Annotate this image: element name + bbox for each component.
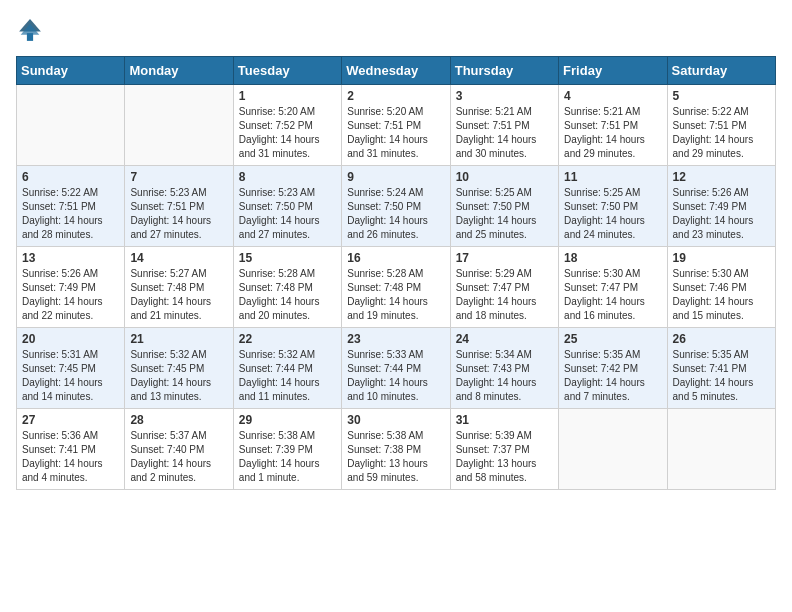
day-detail: Sunrise: 5:24 AM Sunset: 7:50 PM Dayligh… xyxy=(347,186,444,242)
calendar-week-row: 20Sunrise: 5:31 AM Sunset: 7:45 PM Dayli… xyxy=(17,328,776,409)
calendar-cell: 26Sunrise: 5:35 AM Sunset: 7:41 PM Dayli… xyxy=(667,328,775,409)
calendar-cell: 7Sunrise: 5:23 AM Sunset: 7:51 PM Daylig… xyxy=(125,166,233,247)
col-header-wednesday: Wednesday xyxy=(342,57,450,85)
day-number: 27 xyxy=(22,413,119,427)
svg-rect-3 xyxy=(27,33,33,41)
day-number: 13 xyxy=(22,251,119,265)
day-detail: Sunrise: 5:35 AM Sunset: 7:41 PM Dayligh… xyxy=(673,348,770,404)
day-detail: Sunrise: 5:22 AM Sunset: 7:51 PM Dayligh… xyxy=(22,186,119,242)
calendar-table: SundayMondayTuesdayWednesdayThursdayFrid… xyxy=(16,56,776,490)
calendar-cell: 24Sunrise: 5:34 AM Sunset: 7:43 PM Dayli… xyxy=(450,328,558,409)
calendar-cell xyxy=(559,409,667,490)
day-detail: Sunrise: 5:35 AM Sunset: 7:42 PM Dayligh… xyxy=(564,348,661,404)
day-detail: Sunrise: 5:20 AM Sunset: 7:51 PM Dayligh… xyxy=(347,105,444,161)
calendar-cell: 6Sunrise: 5:22 AM Sunset: 7:51 PM Daylig… xyxy=(17,166,125,247)
day-detail: Sunrise: 5:21 AM Sunset: 7:51 PM Dayligh… xyxy=(456,105,553,161)
day-number: 22 xyxy=(239,332,336,346)
day-number: 26 xyxy=(673,332,770,346)
day-number: 15 xyxy=(239,251,336,265)
day-number: 25 xyxy=(564,332,661,346)
day-detail: Sunrise: 5:38 AM Sunset: 7:39 PM Dayligh… xyxy=(239,429,336,485)
day-number: 23 xyxy=(347,332,444,346)
day-number: 29 xyxy=(239,413,336,427)
calendar-cell: 31Sunrise: 5:39 AM Sunset: 7:37 PM Dayli… xyxy=(450,409,558,490)
day-number: 4 xyxy=(564,89,661,103)
calendar-cell: 30Sunrise: 5:38 AM Sunset: 7:38 PM Dayli… xyxy=(342,409,450,490)
day-number: 24 xyxy=(456,332,553,346)
day-detail: Sunrise: 5:33 AM Sunset: 7:44 PM Dayligh… xyxy=(347,348,444,404)
logo-icon xyxy=(16,16,44,44)
day-detail: Sunrise: 5:30 AM Sunset: 7:46 PM Dayligh… xyxy=(673,267,770,323)
col-header-monday: Monday xyxy=(125,57,233,85)
calendar-cell: 2Sunrise: 5:20 AM Sunset: 7:51 PM Daylig… xyxy=(342,85,450,166)
day-number: 3 xyxy=(456,89,553,103)
calendar-cell: 17Sunrise: 5:29 AM Sunset: 7:47 PM Dayli… xyxy=(450,247,558,328)
day-detail: Sunrise: 5:22 AM Sunset: 7:51 PM Dayligh… xyxy=(673,105,770,161)
calendar-week-row: 1Sunrise: 5:20 AM Sunset: 7:52 PM Daylig… xyxy=(17,85,776,166)
calendar-cell: 12Sunrise: 5:26 AM Sunset: 7:49 PM Dayli… xyxy=(667,166,775,247)
day-detail: Sunrise: 5:23 AM Sunset: 7:50 PM Dayligh… xyxy=(239,186,336,242)
day-number: 9 xyxy=(347,170,444,184)
calendar-cell: 13Sunrise: 5:26 AM Sunset: 7:49 PM Dayli… xyxy=(17,247,125,328)
col-header-thursday: Thursday xyxy=(450,57,558,85)
day-number: 17 xyxy=(456,251,553,265)
calendar-week-row: 13Sunrise: 5:26 AM Sunset: 7:49 PM Dayli… xyxy=(17,247,776,328)
col-header-friday: Friday xyxy=(559,57,667,85)
day-number: 19 xyxy=(673,251,770,265)
day-detail: Sunrise: 5:30 AM Sunset: 7:47 PM Dayligh… xyxy=(564,267,661,323)
day-number: 1 xyxy=(239,89,336,103)
calendar-cell: 22Sunrise: 5:32 AM Sunset: 7:44 PM Dayli… xyxy=(233,328,341,409)
calendar-cell: 25Sunrise: 5:35 AM Sunset: 7:42 PM Dayli… xyxy=(559,328,667,409)
calendar-cell: 20Sunrise: 5:31 AM Sunset: 7:45 PM Dayli… xyxy=(17,328,125,409)
calendar-cell: 10Sunrise: 5:25 AM Sunset: 7:50 PM Dayli… xyxy=(450,166,558,247)
calendar-cell: 21Sunrise: 5:32 AM Sunset: 7:45 PM Dayli… xyxy=(125,328,233,409)
day-number: 16 xyxy=(347,251,444,265)
day-number: 21 xyxy=(130,332,227,346)
calendar-week-row: 6Sunrise: 5:22 AM Sunset: 7:51 PM Daylig… xyxy=(17,166,776,247)
day-detail: Sunrise: 5:31 AM Sunset: 7:45 PM Dayligh… xyxy=(22,348,119,404)
day-number: 11 xyxy=(564,170,661,184)
day-number: 8 xyxy=(239,170,336,184)
day-detail: Sunrise: 5:38 AM Sunset: 7:38 PM Dayligh… xyxy=(347,429,444,485)
day-number: 20 xyxy=(22,332,119,346)
calendar-cell: 8Sunrise: 5:23 AM Sunset: 7:50 PM Daylig… xyxy=(233,166,341,247)
day-detail: Sunrise: 5:28 AM Sunset: 7:48 PM Dayligh… xyxy=(239,267,336,323)
day-number: 2 xyxy=(347,89,444,103)
calendar-cell: 18Sunrise: 5:30 AM Sunset: 7:47 PM Dayli… xyxy=(559,247,667,328)
day-detail: Sunrise: 5:36 AM Sunset: 7:41 PM Dayligh… xyxy=(22,429,119,485)
calendar-cell: 23Sunrise: 5:33 AM Sunset: 7:44 PM Dayli… xyxy=(342,328,450,409)
day-number: 7 xyxy=(130,170,227,184)
calendar-cell: 28Sunrise: 5:37 AM Sunset: 7:40 PM Dayli… xyxy=(125,409,233,490)
calendar-cell: 1Sunrise: 5:20 AM Sunset: 7:52 PM Daylig… xyxy=(233,85,341,166)
day-detail: Sunrise: 5:20 AM Sunset: 7:52 PM Dayligh… xyxy=(239,105,336,161)
calendar-cell: 4Sunrise: 5:21 AM Sunset: 7:51 PM Daylig… xyxy=(559,85,667,166)
calendar-cell: 14Sunrise: 5:27 AM Sunset: 7:48 PM Dayli… xyxy=(125,247,233,328)
calendar-cell: 15Sunrise: 5:28 AM Sunset: 7:48 PM Dayli… xyxy=(233,247,341,328)
day-number: 30 xyxy=(347,413,444,427)
day-number: 14 xyxy=(130,251,227,265)
day-number: 12 xyxy=(673,170,770,184)
day-detail: Sunrise: 5:29 AM Sunset: 7:47 PM Dayligh… xyxy=(456,267,553,323)
calendar-cell: 27Sunrise: 5:36 AM Sunset: 7:41 PM Dayli… xyxy=(17,409,125,490)
calendar-cell: 19Sunrise: 5:30 AM Sunset: 7:46 PM Dayli… xyxy=(667,247,775,328)
col-header-tuesday: Tuesday xyxy=(233,57,341,85)
calendar-cell: 16Sunrise: 5:28 AM Sunset: 7:48 PM Dayli… xyxy=(342,247,450,328)
day-detail: Sunrise: 5:37 AM Sunset: 7:40 PM Dayligh… xyxy=(130,429,227,485)
day-detail: Sunrise: 5:26 AM Sunset: 7:49 PM Dayligh… xyxy=(673,186,770,242)
calendar-cell xyxy=(125,85,233,166)
day-detail: Sunrise: 5:21 AM Sunset: 7:51 PM Dayligh… xyxy=(564,105,661,161)
day-detail: Sunrise: 5:39 AM Sunset: 7:37 PM Dayligh… xyxy=(456,429,553,485)
calendar-cell: 5Sunrise: 5:22 AM Sunset: 7:51 PM Daylig… xyxy=(667,85,775,166)
calendar-cell: 9Sunrise: 5:24 AM Sunset: 7:50 PM Daylig… xyxy=(342,166,450,247)
calendar-cell xyxy=(17,85,125,166)
day-number: 5 xyxy=(673,89,770,103)
day-detail: Sunrise: 5:34 AM Sunset: 7:43 PM Dayligh… xyxy=(456,348,553,404)
col-header-sunday: Sunday xyxy=(17,57,125,85)
day-detail: Sunrise: 5:26 AM Sunset: 7:49 PM Dayligh… xyxy=(22,267,119,323)
day-detail: Sunrise: 5:25 AM Sunset: 7:50 PM Dayligh… xyxy=(456,186,553,242)
day-number: 18 xyxy=(564,251,661,265)
day-number: 28 xyxy=(130,413,227,427)
calendar-cell xyxy=(667,409,775,490)
day-detail: Sunrise: 5:27 AM Sunset: 7:48 PM Dayligh… xyxy=(130,267,227,323)
day-detail: Sunrise: 5:32 AM Sunset: 7:45 PM Dayligh… xyxy=(130,348,227,404)
